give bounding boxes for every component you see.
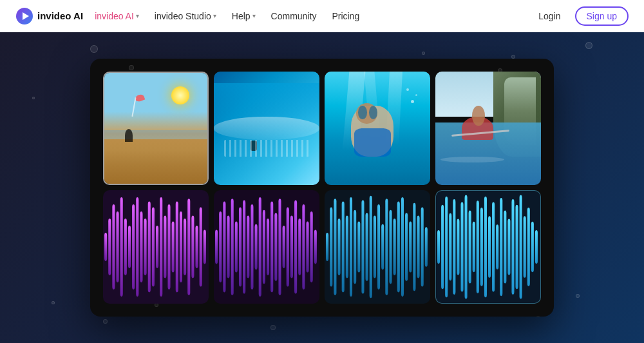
svg-rect-10 [136,197,138,297]
svg-rect-34 [239,207,242,286]
svg-rect-8 [128,226,131,268]
svg-rect-18 [167,204,170,289]
svg-rect-47 [290,216,293,279]
svg-rect-16 [160,197,162,297]
video-clip-wave[interactable] [214,72,319,185]
video-container [90,59,554,317]
svg-rect-5 [117,211,119,282]
svg-rect-79 [425,227,428,267]
svg-rect-75 [409,221,412,272]
svg-rect-91 [480,208,483,286]
svg-rect-39 [259,197,261,297]
svg-rect-83 [449,213,451,280]
svg-rect-93 [488,216,491,278]
svg-rect-2 [104,233,107,261]
svg-rect-21 [180,211,182,282]
svg-rect-77 [417,216,420,279]
bg-bubble [422,52,425,55]
svg-rect-86 [460,202,463,291]
bg-bubble [52,301,55,304]
waveform-svg-3 [325,190,430,304]
svg-rect-92 [484,197,487,298]
svg-rect-69 [385,199,388,295]
svg-rect-61 [354,210,356,284]
svg-rect-17 [164,216,166,279]
video-clip-kitesurf[interactable] [103,72,209,185]
audio-clip-1[interactable] [103,190,209,304]
svg-rect-63 [361,200,364,293]
main-content [0,32,644,343]
svg-rect-23 [187,199,190,295]
svg-rect-25 [196,226,198,268]
svg-rect-87 [465,195,468,299]
svg-rect-90 [477,201,479,293]
nav-right: Login Sign up [532,6,629,26]
svg-rect-65 [370,196,372,298]
audio-clip-2[interactable] [214,190,319,304]
svg-rect-105 [535,230,538,264]
nav-item-pricing[interactable]: Pricing [325,7,366,25]
waveform-svg-2 [214,190,319,304]
video-clip-kayak[interactable] [435,72,541,185]
svg-rect-28 [215,230,218,264]
svg-rect-98 [507,219,510,275]
nav-item-invideo-studio[interactable]: invideo Studio ▾ [148,7,223,25]
nav-item-invideo-ai[interactable]: invideo AI ▾ [88,7,146,25]
svg-rect-57 [338,219,341,275]
nav-item-community[interactable]: Community [265,7,323,25]
svg-rect-68 [381,224,384,270]
svg-rect-54 [326,233,328,261]
nav-item-help[interactable]: Help ▾ [225,7,262,25]
svg-rect-44 [278,199,281,295]
svg-rect-99 [511,199,514,295]
waveform-svg-4 [436,191,540,303]
svg-rect-45 [283,226,285,268]
svg-rect-4 [112,204,115,289]
svg-rect-6 [120,197,123,297]
svg-rect-31 [227,216,230,279]
inner-bubble [129,65,134,70]
svg-rect-12 [144,219,147,275]
svg-rect-73 [401,197,404,297]
svg-rect-56 [334,199,336,295]
audio-clip-4[interactable] [435,190,541,304]
svg-rect-94 [492,202,495,291]
svg-rect-41 [267,219,269,275]
svg-rect-71 [393,219,396,275]
svg-rect-80 [437,230,440,264]
logo-icon [15,7,33,25]
audio-clips-row [103,190,541,304]
navbar: invideo AI invideo AI ▾ invideo Studio ▾… [0,0,644,32]
waveform-svg-1 [103,190,209,304]
svg-rect-62 [357,221,360,272]
chevron-down-icon: ▾ [136,12,139,19]
logo-text: invideo AI [37,10,83,21]
svg-rect-43 [274,213,277,281]
bg-bubble [270,325,276,330]
signup-button[interactable]: Sign up [575,6,629,26]
svg-rect-42 [270,202,273,293]
video-clip-underwater[interactable] [325,72,430,185]
svg-rect-67 [377,204,380,289]
svg-rect-46 [287,207,289,286]
login-button[interactable]: Login [532,7,567,25]
svg-rect-37 [251,204,253,289]
svg-rect-55 [330,207,332,286]
audio-clip-3[interactable] [325,190,430,304]
svg-rect-81 [441,205,444,289]
svg-rect-95 [496,224,498,270]
svg-rect-38 [255,224,258,270]
bg-bubble [103,319,108,324]
svg-rect-82 [445,197,448,298]
svg-rect-53 [314,230,317,264]
svg-rect-102 [524,216,526,278]
svg-rect-103 [527,208,530,286]
svg-rect-89 [473,222,475,272]
logo[interactable]: invideo AI [15,7,83,25]
svg-rect-49 [298,219,301,275]
svg-rect-70 [389,210,392,284]
svg-rect-59 [346,216,348,279]
svg-rect-30 [223,202,225,293]
svg-rect-51 [307,221,309,272]
svg-rect-33 [235,221,238,272]
